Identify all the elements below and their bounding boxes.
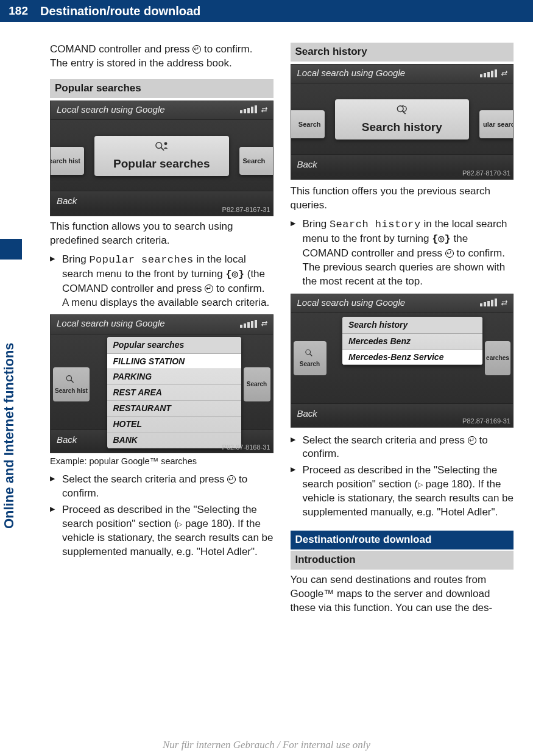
- list-item: RESTAURANT: [107, 401, 241, 417]
- image-id: P82.87-8169-31: [462, 417, 510, 426]
- heading-introduction: Introduction: [291, 551, 514, 570]
- magnifier-person-icon: [153, 140, 170, 152]
- mock-title: Local search using Google: [297, 297, 406, 309]
- network-icon: ⇄: [261, 105, 267, 115]
- mock-title: Local search using Google: [57, 104, 165, 116]
- list-item: PARKING: [107, 369, 241, 385]
- card-left: Search: [291, 110, 325, 138]
- sec1-paragraph: This function allows you to search using…: [50, 220, 274, 248]
- list-item: BANK: [107, 433, 241, 448]
- turn-icon: {◎}: [225, 269, 244, 280]
- caption-popular: Example: popular Google™ searches: [50, 456, 274, 468]
- card-left: Search: [294, 341, 327, 375]
- signal-icon: [480, 299, 497, 306]
- signal-icon: [240, 105, 257, 113]
- heading-popular-searches: Popular searches: [50, 79, 274, 98]
- image-id: P82.87-8167-31: [222, 205, 270, 214]
- back-label: Back: [57, 195, 77, 207]
- press-icon: [445, 249, 454, 258]
- card-main: Popular searches: [94, 136, 229, 176]
- sec2-paragraph: This function offers you the previous se…: [291, 185, 514, 213]
- svg-point-2: [164, 143, 168, 146]
- press-icon: [468, 436, 476, 445]
- image-id: P82.87-8170-31: [462, 169, 510, 178]
- card-left: Search hist: [50, 147, 84, 175]
- intro-paragraph: COMAND controller and press to confirm. …: [50, 43, 274, 71]
- heading-search-history: Search history: [291, 43, 514, 62]
- step-bring-history: Bring Search history in the local search…: [291, 217, 514, 289]
- press-icon: [192, 45, 201, 54]
- back-label: Back: [57, 434, 77, 446]
- screenshot-search-history: Local search using Google ⇄ Search Searc…: [291, 64, 514, 180]
- card-right: earches: [485, 341, 510, 375]
- step-select-criteria-2: Select the search criteria and press to …: [291, 434, 514, 462]
- card-left: Search hist: [53, 367, 90, 401]
- press-icon: [205, 284, 213, 293]
- press-icon: [227, 475, 236, 484]
- network-icon: ⇄: [501, 68, 507, 78]
- left-column: COMAND controller and press to confirm. …: [50, 43, 274, 732]
- card-right: Search: [239, 147, 274, 175]
- xref-icon: ▷: [418, 481, 423, 488]
- step-proceed-2: Proceed as described in the "Selecting t…: [291, 464, 514, 520]
- list-item: Mercedes Benz: [342, 334, 482, 350]
- history-list: Search history Mercedes Benz Mercedes-Be…: [342, 317, 482, 366]
- screenshot-popular-list: Local search using Google ⇄ Search hist …: [50, 314, 274, 453]
- network-icon: ⇄: [261, 319, 267, 328]
- signal-icon: [240, 320, 257, 328]
- outro-paragraph: You can send destinations and routes fro…: [291, 573, 514, 615]
- sidebar-section-label: Online and Internet functions: [1, 342, 17, 529]
- step-proceed: Proceed as described in the "Selecting t…: [50, 503, 274, 559]
- popular-list: Popular searches FILLING STATION PARKING…: [107, 337, 241, 448]
- right-column: Search history Local search using Google…: [291, 43, 514, 732]
- network-icon: ⇄: [501, 298, 507, 308]
- svg-line-9: [309, 354, 312, 356]
- mock-title: Local search using Google: [57, 317, 165, 330]
- list-item: Mercedes-Benz Service: [342, 350, 482, 366]
- list-item: FILLING STATION: [107, 354, 241, 370]
- card-right: Search: [244, 367, 270, 401]
- page-header: 182 Destination/route download: [0, 0, 533, 22]
- svg-point-3: [66, 376, 71, 381]
- back-label: Back: [297, 408, 317, 420]
- step-bring-popular: Bring Popular searches in the local sear…: [50, 253, 274, 310]
- magnifier-history-icon: [394, 104, 411, 116]
- svg-point-0: [156, 143, 162, 149]
- heading-destination-route: Destination/route download: [291, 531, 514, 549]
- card-right: ular searches: [479, 110, 514, 138]
- turn-icon: {◎}: [432, 233, 451, 245]
- header-title: Destination/route download: [33, 4, 200, 18]
- sidebar-tab-marker: [0, 239, 22, 260]
- svg-point-8: [305, 350, 310, 355]
- step-select-criteria: Select the search criteria and press to …: [50, 473, 274, 501]
- svg-line-4: [71, 380, 73, 383]
- list-item: REST AREA: [107, 385, 241, 401]
- screenshot-popular-searches: Local search using Google ⇄ Search hist …: [50, 101, 274, 216]
- image-id: P82.87-8168-31: [222, 443, 270, 452]
- signal-icon: [480, 69, 497, 77]
- list-item: HOTEL: [107, 417, 241, 433]
- card-main: Search history: [335, 99, 470, 140]
- page-number: 182: [0, 0, 33, 22]
- footer-watermark: Nur für internen Gebrauch / For internal…: [0, 739, 533, 751]
- mock-title: Local search using Google: [297, 67, 406, 79]
- screenshot-history-list: Local search using Google ⇄ Search earch…: [291, 294, 514, 428]
- svg-line-1: [161, 147, 164, 150]
- back-label: Back: [297, 158, 317, 171]
